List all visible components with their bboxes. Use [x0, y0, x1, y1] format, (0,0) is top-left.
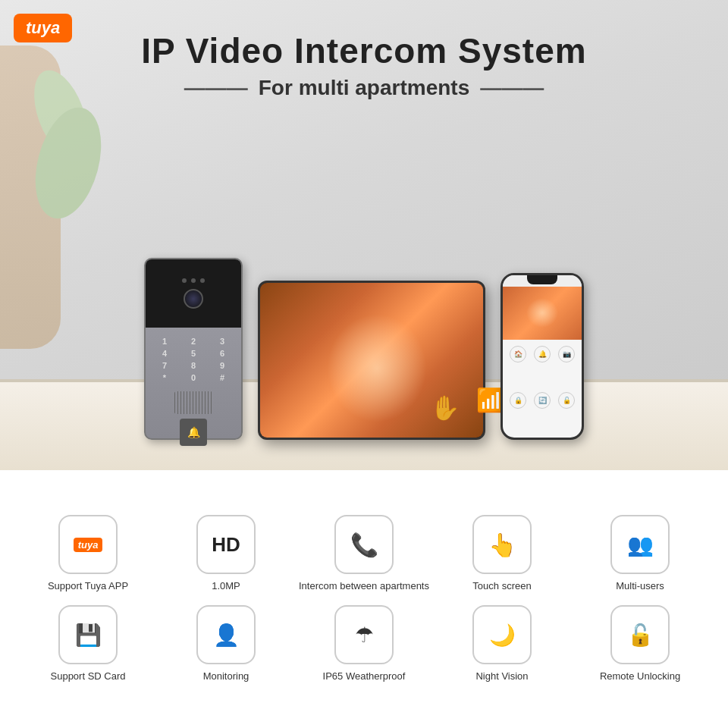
devices-display-area: 123 456 789 *0# 🔔 ✋ 📶 Door1 [61, 258, 667, 440]
touch-screen-icon: 👆 [488, 532, 516, 558]
phone-btn-bell: 🔔 [534, 346, 551, 362]
phone-btn-home: 🏠 [510, 346, 526, 362]
feature-icon-weatherproof: ☂ [334, 605, 394, 664]
feature-icon-tuya-app: tuya [58, 515, 118, 574]
feature-icon-sd-card: 💾 [58, 605, 118, 664]
door-panel-top [146, 259, 241, 328]
door-panel-device: 123 456 789 *0# 🔔 [144, 258, 243, 440]
multi-users-icon: 👥 [627, 532, 654, 557]
camera-ir-dots [182, 278, 205, 283]
feature-icon-hd: HD [196, 515, 256, 574]
bell-button: 🔔 [180, 419, 207, 446]
feature-label-tuya-app: Support Tuya APP [48, 580, 128, 593]
hd-text-icon: HD [212, 535, 240, 554]
indoor-monitor: ✋ [258, 281, 485, 440]
feature-tuya-app: tuya Support Tuya APP [23, 515, 153, 593]
phone-btn-refresh: 🔄 [534, 392, 551, 409]
phone-screen: Door1 🏠 🔔 📷 🔒 🔄 🔓 [503, 275, 582, 438]
feature-touch: 👆 Touch screen [437, 515, 567, 593]
door-speaker [174, 391, 212, 414]
monitoring-icon: 👤 [213, 623, 240, 648]
features-section: tuya Support Tuya APP HD 1.0MP 📞 Interco… [0, 470, 728, 728]
page-subtitle: For multi apartments [0, 76, 728, 100]
phone-btn-unlock: 🔓 [558, 392, 575, 409]
phone-notch [527, 275, 557, 284]
camera-lens [184, 289, 203, 309]
feature-multi-users: 👥 Multi-users [575, 515, 705, 593]
sd-card-icon: 💾 [75, 623, 102, 648]
door-panel-bottom: 🔔 [146, 388, 241, 449]
feature-label-weatherproof: IP65 Weatherproof [323, 670, 406, 683]
feature-icon-intercom: 📞 [334, 515, 394, 574]
feature-label-monitoring: Monitoring [203, 670, 249, 683]
top-section: tuya IP Video Intercom System For multi … [0, 0, 728, 470]
feature-monitoring: 👤 Monitoring [161, 605, 291, 683]
feature-label-remote-unlock: Remote Unlocking [600, 670, 680, 683]
feature-sd-card: 💾 Support SD Card [23, 605, 153, 683]
feature-hd: HD 1.0MP [161, 515, 291, 593]
feature-label-multi-users: Multi-users [616, 580, 664, 593]
feature-remote-unlock: 🔓 Remote Unlocking [575, 605, 705, 683]
feature-night-vision: 🌙 Night Vision [437, 605, 567, 683]
feature-weatherproof: ☂ IP65 Weatherproof [299, 605, 429, 683]
night-vision-icon: 🌙 [489, 623, 516, 648]
phone-call-icon: 📞 [350, 532, 378, 558]
feature-label-touch: Touch screen [472, 580, 531, 593]
page-title: IP Video Intercom System [0, 30, 728, 71]
feature-icon-remote-unlock: 🔓 [610, 605, 670, 664]
phone-control-grid: 🏠 🔔 📷 🔒 🔄 🔓 [503, 340, 582, 438]
features-grid: tuya Support Tuya APP HD 1.0MP 📞 Interco… [23, 515, 705, 683]
feature-icon-night-vision: 🌙 [472, 605, 532, 664]
feature-label-hd: 1.0MP [212, 580, 240, 593]
phone-video-feed [503, 287, 582, 340]
feature-intercom: 📞 Intercom between apartments [299, 515, 429, 593]
touch-hand-icon: ✋ [430, 394, 460, 422]
unlock-icon: 🔓 [627, 623, 654, 648]
phone-btn-lock: 🔒 [510, 392, 526, 409]
umbrella-icon: ☂ [355, 623, 374, 648]
main-title-area: IP Video Intercom System For multi apart… [0, 30, 728, 100]
feature-label-sd-card: Support SD Card [51, 670, 126, 683]
phone-btn-camera: 📷 [558, 346, 575, 362]
door-keypad: 123 456 789 *0# [146, 331, 241, 388]
feature-label-intercom: Intercom between apartments [299, 580, 429, 593]
feature-icon-monitoring: 👤 [196, 605, 256, 664]
monitor-screen: ✋ [260, 283, 483, 438]
smartphone-device: Door1 🏠 🔔 📷 🔒 🔄 🔓 [500, 273, 584, 440]
feature-icon-multi-users: 👥 [610, 515, 670, 574]
tuya-mini-logo: tuya [74, 538, 103, 552]
feature-icon-touch: 👆 [472, 515, 532, 574]
feature-label-night-vision: Night Vision [475, 670, 528, 683]
